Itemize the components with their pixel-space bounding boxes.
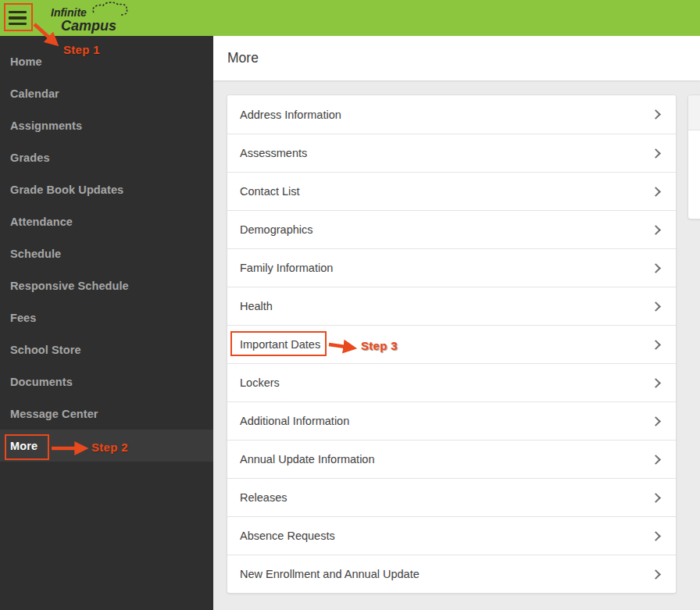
app-header: Infinite Campus bbox=[0, 0, 700, 36]
row-label: Absence Requests bbox=[240, 530, 652, 542]
chevron-right-icon bbox=[651, 416, 661, 426]
chevron-right-icon bbox=[651, 378, 661, 388]
menu-row-assessments[interactable]: Assessments bbox=[227, 134, 676, 172]
row-label: Health bbox=[240, 300, 652, 312]
clipped-side-panel bbox=[688, 95, 700, 219]
page-title-bar: More bbox=[213, 36, 700, 80]
more-menu-card: Address Information Assessments Contact … bbox=[227, 95, 677, 594]
cloud-doodle-icon bbox=[93, 2, 127, 15]
row-label: Address Information bbox=[240, 109, 652, 121]
sidebar-nav: Home Calendar Assignments Grades Grade B… bbox=[0, 36, 213, 610]
chevron-right-icon bbox=[651, 493, 661, 503]
sidebar-item-responsive-schedule[interactable]: Responsive Schedule bbox=[0, 269, 213, 301]
chevron-right-icon bbox=[651, 225, 661, 235]
chevron-right-icon bbox=[651, 263, 661, 273]
chevron-right-icon bbox=[651, 569, 661, 580]
infinite-campus-logo: Infinite Campus bbox=[45, 2, 135, 36]
sidebar-item-school-store[interactable]: School Store bbox=[0, 334, 213, 366]
row-label: Family Information bbox=[240, 262, 652, 274]
row-label: Additional Information bbox=[240, 415, 652, 427]
sidebar-item-schedule[interactable]: Schedule bbox=[0, 237, 213, 269]
row-label: Annual Update Information bbox=[240, 453, 652, 466]
chevron-right-icon bbox=[651, 531, 661, 541]
row-label: Lockers bbox=[240, 376, 652, 389]
page-title: More bbox=[227, 50, 259, 66]
menu-row-annual-update-information[interactable]: Annual Update Information bbox=[227, 440, 676, 478]
sidebar-item-message-center[interactable]: Message Center bbox=[0, 398, 213, 430]
menu-row-important-dates[interactable]: Important Dates bbox=[227, 325, 676, 363]
sidebar-item-calendar[interactable]: Calendar bbox=[0, 77, 213, 109]
infinite-campus-portal: Infinite Campus Home Calendar Assignment… bbox=[0, 0, 700, 610]
hamburger-menu-icon bbox=[9, 11, 27, 14]
menu-row-demographics[interactable]: Demographics bbox=[227, 210, 676, 248]
chevron-right-icon bbox=[651, 301, 661, 312]
menu-row-contact-list[interactable]: Contact List bbox=[227, 172, 676, 210]
sidebar-item-assignments[interactable]: Assignments bbox=[0, 109, 213, 141]
logo-word-infinite: Infinite bbox=[51, 6, 87, 19]
sidebar-item-home[interactable]: Home bbox=[0, 45, 213, 77]
menu-row-health[interactable]: Health bbox=[227, 287, 676, 325]
row-label: Contact List bbox=[240, 185, 652, 198]
menu-row-releases[interactable]: Releases bbox=[227, 478, 676, 516]
sidebar-item-more[interactable]: More bbox=[0, 430, 213, 462]
menu-row-address-information[interactable]: Address Information bbox=[227, 95, 676, 134]
chevron-right-icon bbox=[651, 455, 661, 465]
chevron-right-icon bbox=[651, 340, 661, 350]
chevron-right-icon bbox=[651, 148, 661, 159]
row-label: Important Dates bbox=[240, 338, 652, 351]
row-label: Demographics bbox=[240, 223, 652, 236]
hamburger-menu-button[interactable] bbox=[7, 7, 30, 29]
menu-row-absence-requests[interactable]: Absence Requests bbox=[227, 516, 676, 555]
chevron-right-icon bbox=[651, 187, 661, 197]
main-content: More Address Information Assessments Con… bbox=[213, 36, 700, 610]
clipped-side-panel-header bbox=[688, 95, 700, 130]
sidebar-item-fees[interactable]: Fees bbox=[0, 301, 213, 334]
menu-row-new-enrollment-and-annual-update[interactable]: New Enrollment and Annual Update bbox=[227, 555, 676, 593]
sidebar-item-grades[interactable]: Grades bbox=[0, 141, 213, 173]
menu-row-lockers[interactable]: Lockers bbox=[227, 363, 676, 401]
row-label: Assessments bbox=[240, 147, 652, 159]
menu-row-additional-information[interactable]: Additional Information bbox=[227, 401, 676, 440]
row-label: Releases bbox=[240, 491, 652, 504]
row-label: New Enrollment and Annual Update bbox=[240, 568, 652, 580]
sidebar-item-documents[interactable]: Documents bbox=[0, 366, 213, 398]
sidebar-item-attendance[interactable]: Attendance bbox=[0, 205, 213, 237]
chevron-right-icon bbox=[651, 109, 661, 120]
sidebar-item-grade-book-updates[interactable]: Grade Book Updates bbox=[0, 173, 213, 205]
logo-word-campus: Campus bbox=[61, 18, 116, 34]
menu-row-family-information[interactable]: Family Information bbox=[227, 248, 676, 287]
